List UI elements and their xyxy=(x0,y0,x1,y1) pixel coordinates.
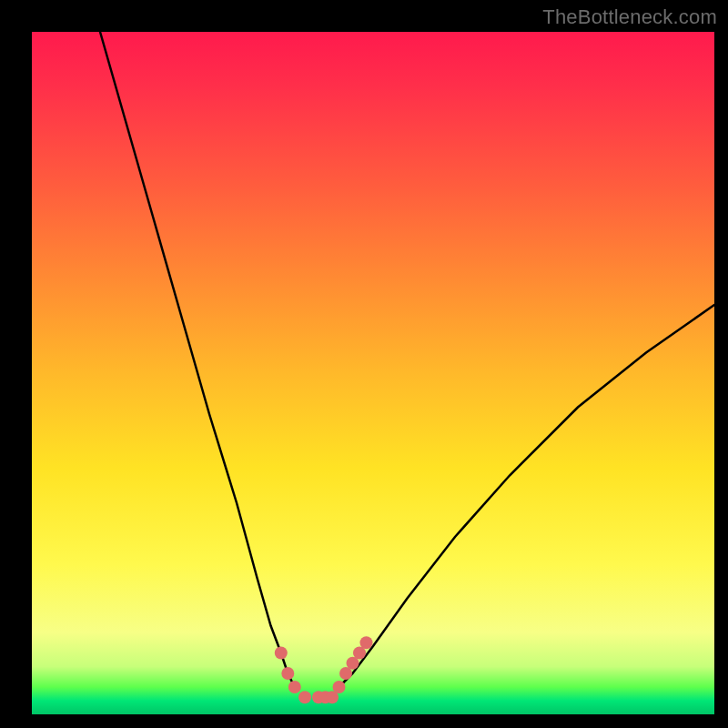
curve-layer xyxy=(32,32,714,714)
valley-dot xyxy=(298,691,311,703)
valley-dot xyxy=(281,667,294,680)
valley-dot xyxy=(360,636,373,649)
valley-dot xyxy=(288,681,301,693)
valley-dot xyxy=(333,681,346,693)
valley-dot xyxy=(275,647,288,660)
plot-area xyxy=(32,32,714,714)
curve-right-branch xyxy=(339,305,715,687)
watermark-text: TheBottleneck.com xyxy=(542,5,717,29)
valley-dots xyxy=(275,636,373,703)
chart-frame: TheBottleneck.com xyxy=(0,0,728,728)
curve-left-branch xyxy=(100,32,295,687)
